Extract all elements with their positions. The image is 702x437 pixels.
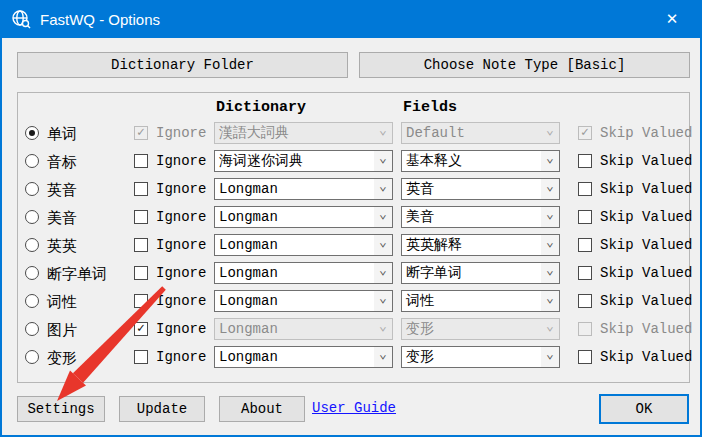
- chevron-down-icon: ⌄: [374, 319, 392, 339]
- fields-select-value: 词性: [402, 292, 541, 310]
- row-radio-label: 断字单词: [47, 265, 107, 284]
- skip-valued-checkbox[interactable]: ✓: [578, 182, 592, 196]
- chevron-down-icon: ⌄: [374, 179, 392, 199]
- dictionary-select[interactable]: Longman ⌄: [214, 290, 393, 312]
- skip-valued-label: Skip Valued: [600, 293, 692, 309]
- ignore-label: Ignore: [156, 181, 206, 197]
- fields-select[interactable]: 英英解释 ⌄: [401, 234, 560, 256]
- row-radio-label: 词性: [47, 293, 77, 312]
- chevron-down-icon: ⌄: [541, 263, 559, 283]
- close-icon[interactable]: ✕: [650, 0, 694, 38]
- skip-valued-checkbox[interactable]: ✓: [578, 154, 592, 168]
- ok-button[interactable]: OK: [599, 394, 689, 424]
- dictionary-select[interactable]: Longman ⌄: [214, 346, 393, 368]
- row-radio-label: 变形: [47, 349, 77, 368]
- ignore-checkbox[interactable]: ✓: [134, 154, 148, 168]
- user-guide-link[interactable]: User Guide: [312, 400, 396, 416]
- ignore-checkbox[interactable]: ✓: [134, 182, 148, 196]
- skip-valued-label: Skip Valued: [600, 153, 692, 169]
- row-radio[interactable]: [25, 238, 39, 252]
- fields-select: Default ⌄: [401, 122, 560, 144]
- fields-select[interactable]: 英音 ⌄: [401, 178, 560, 200]
- about-button[interactable]: About: [219, 396, 305, 422]
- fields-select-value: 英音: [402, 180, 541, 198]
- chevron-down-icon: ⌄: [374, 123, 392, 143]
- update-button[interactable]: Update: [119, 396, 205, 422]
- ignore-checkbox[interactable]: ✓: [134, 238, 148, 252]
- skip-valued-checkbox[interactable]: ✓: [578, 294, 592, 308]
- fields-select[interactable]: 变形 ⌄: [401, 346, 560, 368]
- chevron-down-icon: ⌄: [374, 263, 392, 283]
- skip-valued-checkbox[interactable]: ✓: [578, 238, 592, 252]
- row-radio[interactable]: [25, 154, 39, 168]
- chevron-down-icon: ⌄: [374, 291, 392, 311]
- chevron-down-icon: ⌄: [541, 235, 559, 255]
- fields-select-value: 断字单词: [402, 264, 541, 282]
- ignore-label: Ignore: [156, 293, 206, 309]
- dictionary-select-value: Longman: [215, 237, 374, 253]
- choose-note-type-button[interactable]: Choose Note Type [Basic]: [359, 52, 690, 78]
- dictionary-select-value: Longman: [215, 209, 374, 225]
- fields-select: 变形 ⌄: [401, 318, 560, 340]
- skip-valued-checkbox[interactable]: ✓: [578, 210, 592, 224]
- option-row: 单词 ✓ Ignore 漢語大詞典 ⌄ Default ⌄ ✓ Skip Val…: [18, 119, 689, 147]
- ignore-label: Ignore: [156, 349, 206, 365]
- ignore-checkbox[interactable]: ✓: [134, 350, 148, 364]
- ignore-checkbox[interactable]: ✓: [134, 266, 148, 280]
- ignore-checkbox: ✓: [134, 126, 148, 140]
- dictionary-folder-button[interactable]: Dictionary Folder: [17, 52, 348, 78]
- dictionary-select[interactable]: Longman ⌄: [214, 206, 393, 228]
- dictionary-select[interactable]: Longman ⌄: [214, 178, 393, 200]
- dictionary-select[interactable]: Longman ⌄: [214, 262, 393, 284]
- options-dialog: FastWQ - Options ✕ Dictionary Folder Cho…: [0, 0, 702, 437]
- row-radio-label: 图片: [47, 321, 77, 340]
- ignore-checkbox[interactable]: ✓: [134, 294, 148, 308]
- chevron-down-icon: ⌄: [541, 123, 559, 143]
- dictionary-select-value: Longman: [215, 265, 374, 281]
- chevron-down-icon: ⌄: [374, 207, 392, 227]
- dictionary-select[interactable]: 海词迷你词典 ⌄: [214, 150, 393, 172]
- ignore-label: Ignore: [156, 237, 206, 253]
- skip-valued-label: Skip Valued: [600, 321, 692, 337]
- dictionary-select-value: Longman: [215, 293, 374, 309]
- skip-valued-label: Skip Valued: [600, 265, 692, 281]
- fields-select-value: 英英解释: [402, 236, 541, 254]
- option-row: 词性 ✓ Ignore Longman ⌄ 词性 ⌄ ✓ Skip Valued: [18, 287, 689, 315]
- row-radio[interactable]: [25, 266, 39, 280]
- row-radio[interactable]: [25, 294, 39, 308]
- ignore-checkbox[interactable]: ✓: [134, 322, 148, 336]
- skip-valued-label: Skip Valued: [600, 349, 692, 365]
- globe-search-icon: [11, 9, 31, 29]
- chevron-down-icon: ⌄: [374, 235, 392, 255]
- chevron-down-icon: ⌄: [541, 207, 559, 227]
- fields-select[interactable]: 断字单词 ⌄: [401, 262, 560, 284]
- option-row: 美音 ✓ Ignore Longman ⌄ 美音 ⌄ ✓ Skip Valued: [18, 203, 689, 231]
- fields-select[interactable]: 美音 ⌄: [401, 206, 560, 228]
- skip-valued-checkbox: ✓: [578, 126, 592, 140]
- fields-select[interactable]: 基本释义 ⌄: [401, 150, 560, 172]
- row-radio[interactable]: [25, 322, 39, 336]
- chevron-down-icon: ⌄: [541, 179, 559, 199]
- ignore-checkbox[interactable]: ✓: [134, 210, 148, 224]
- row-radio-label: 英音: [47, 181, 77, 200]
- dictionary-select[interactable]: Longman ⌄: [214, 234, 393, 256]
- row-radio[interactable]: [25, 126, 39, 140]
- dictionary-select-value: 海词迷你词典: [215, 152, 374, 170]
- row-radio[interactable]: [25, 350, 39, 364]
- skip-valued-label: Skip Valued: [600, 237, 692, 253]
- skip-valued-checkbox[interactable]: ✓: [578, 350, 592, 364]
- dictionary-select: Longman ⌄: [214, 318, 393, 340]
- check-icon: ✓: [137, 126, 145, 139]
- fields-select-value: 变形: [402, 348, 541, 366]
- row-radio[interactable]: [25, 210, 39, 224]
- settings-button[interactable]: Settings: [17, 396, 105, 422]
- options-groupbox: Dictionary Fields 单词 ✓ Ignore 漢語大詞典 ⌄ De…: [17, 92, 690, 383]
- row-radio[interactable]: [25, 182, 39, 196]
- check-icon: ✓: [581, 126, 589, 139]
- ignore-label: Ignore: [156, 265, 206, 281]
- skip-valued-checkbox[interactable]: ✓: [578, 266, 592, 280]
- fields-select-value: 变形: [402, 320, 541, 338]
- fields-select[interactable]: 词性 ⌄: [401, 290, 560, 312]
- fields-select-value: Default: [402, 125, 541, 141]
- title-bar[interactable]: FastWQ - Options ✕: [0, 0, 702, 38]
